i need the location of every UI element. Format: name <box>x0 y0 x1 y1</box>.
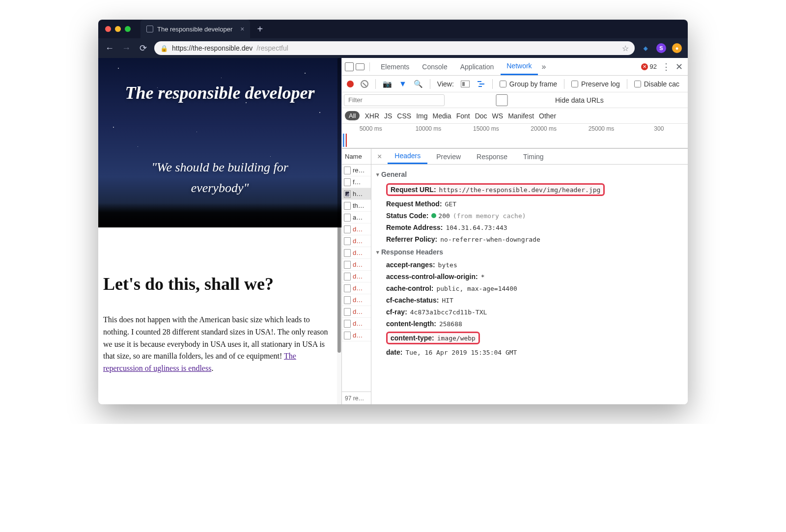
request-row[interactable]: d… <box>342 330 371 341</box>
reload-button[interactable]: ⟳ <box>138 43 148 54</box>
devtools-tabbar: Elements Console Application Network » ✕… <box>342 58 688 76</box>
lock-icon: 🔒 <box>160 45 168 52</box>
request-row[interactable]: a… <box>342 212 371 224</box>
type-img[interactable]: Img <box>416 112 427 120</box>
filter-toggle-icon[interactable]: ▼ <box>399 80 407 88</box>
network-toolbar: 📷 ▼ 🔍 View: Group by frame Preserve log … <box>342 76 688 92</box>
filter-row: Hide data URLs <box>342 92 688 108</box>
request-row[interactable]: d… <box>342 318 371 330</box>
address-bar[interactable]: 🔒 https://the-responsible.dev/respectful… <box>154 41 635 55</box>
back-button[interactable]: ← <box>104 43 115 54</box>
remote-address-row: Remote Address:104.31.64.73:443 <box>376 222 683 233</box>
request-row[interactable]: d… <box>342 224 371 235</box>
request-row[interactable]: d… <box>342 282 371 294</box>
traffic-lights <box>98 26 138 32</box>
type-js[interactable]: JS <box>384 112 392 120</box>
type-other[interactable]: Other <box>539 112 556 120</box>
element-picker-icon[interactable] <box>345 62 354 71</box>
type-filter-row: All XHR JS CSS Img Media Font Doc WS Man… <box>342 108 688 124</box>
preserve-log-checkbox[interactable]: Preserve log <box>571 80 620 88</box>
maximize-window-button[interactable] <box>125 26 131 32</box>
clear-button[interactable] <box>361 80 368 88</box>
tab-headers[interactable]: Headers <box>388 149 427 164</box>
request-method-row: Request Method:GET <box>376 198 683 210</box>
request-row[interactable]: th… <box>342 200 371 212</box>
extension-s-icon[interactable]: S <box>656 43 666 53</box>
type-manifest[interactable]: Manifest <box>508 112 534 120</box>
details-body: General Request URL: https://the-respons… <box>371 165 688 404</box>
tab-console[interactable]: Console <box>416 58 453 75</box>
large-rows-icon[interactable] <box>461 81 470 87</box>
disable-cache-checkbox[interactable]: Disable cac <box>634 80 679 88</box>
new-tab-button[interactable]: + <box>257 24 263 35</box>
request-row[interactable]: re… <box>342 165 371 176</box>
tab-timing[interactable]: Timing <box>516 149 551 164</box>
timeline-selection[interactable] <box>343 134 347 147</box>
request-count: 97 re… <box>342 392 371 404</box>
header-row: cache-control:public, max-age=14400 <box>376 282 683 294</box>
request-row[interactable]: d… <box>342 259 371 271</box>
forward-button[interactable]: → <box>121 43 132 54</box>
screenshot-icon[interactable]: 📷 <box>383 80 392 88</box>
url-path: /respectful <box>256 44 288 52</box>
tab-application[interactable]: Application <box>454 58 500 75</box>
type-font[interactable]: Font <box>456 112 470 120</box>
status-dot-icon <box>431 213 436 218</box>
request-row[interactable]: d… <box>342 247 371 259</box>
more-tabs-icon[interactable]: » <box>539 62 549 71</box>
group-by-frame-checkbox[interactable]: Group by frame <box>500 80 557 88</box>
type-media[interactable]: Media <box>433 112 451 120</box>
request-row[interactable]: f… <box>342 176 371 188</box>
request-row[interactable]: d… <box>342 271 371 282</box>
waterfall-icon[interactable] <box>477 81 485 87</box>
article: Let's do this, shall we? This does not h… <box>98 227 341 375</box>
request-row[interactable]: d… <box>342 306 371 318</box>
header-row: cf-ray:4c873a1bcc7cd11b-TXL <box>376 306 683 318</box>
filter-input[interactable] <box>344 94 445 106</box>
request-row[interactable]: d… <box>342 235 371 247</box>
type-xhr[interactable]: XHR <box>365 112 379 120</box>
timeline[interactable]: 5000 ms 10000 ms 15000 ms 20000 ms 25000… <box>342 124 688 148</box>
error-count[interactable]: ✕92 <box>641 63 657 70</box>
shield-icon[interactable]: ◈ <box>641 43 650 53</box>
close-tab-icon[interactable]: × <box>240 25 244 33</box>
request-row[interactable]: d… <box>342 294 371 306</box>
toolbar: ← → ⟳ 🔒 https://the-responsible.dev/resp… <box>98 38 688 58</box>
browser-tab[interactable]: The responsible developer × <box>140 20 250 38</box>
view-label: View: <box>437 80 454 88</box>
type-css[interactable]: CSS <box>397 112 411 120</box>
device-toolbar-icon[interactable] <box>356 63 365 70</box>
type-doc[interactable]: Doc <box>475 112 487 120</box>
extension-o-icon[interactable]: ● <box>672 43 682 53</box>
timeline-ticks: 5000 ms 10000 ms 15000 ms 20000 ms 25000… <box>342 124 688 132</box>
close-window-button[interactable] <box>105 26 111 32</box>
network-main: Name re… f… h… th… a… d… d… d… d… d… d… … <box>342 148 688 404</box>
request-details: × Headers Preview Response Timing Genera… <box>371 149 688 404</box>
general-section[interactable]: General <box>376 168 683 181</box>
tab-response[interactable]: Response <box>470 149 514 164</box>
type-all[interactable]: All <box>345 111 360 120</box>
request-row-selected[interactable]: h… <box>342 188 371 200</box>
bookmark-icon[interactable]: ☆ <box>622 44 629 53</box>
page-scrollbar[interactable] <box>337 58 341 404</box>
page-icon <box>146 26 153 32</box>
webpage: The responsible developer "We should be … <box>98 58 341 404</box>
name-column-header[interactable]: Name <box>342 149 371 165</box>
details-close-icon[interactable]: × <box>373 152 386 161</box>
tab-elements[interactable]: Elements <box>375 58 415 75</box>
record-button[interactable] <box>347 81 354 87</box>
hide-data-urls-checkbox[interactable]: Hide data URLs <box>451 94 604 106</box>
article-paragraph: This does not happen with the American b… <box>103 314 337 375</box>
type-ws[interactable]: WS <box>492 112 504 120</box>
article-heading: Let's do this, shall we? <box>103 274 337 294</box>
response-headers-section[interactable]: Response Headers <box>376 245 683 259</box>
hero-section: The responsible developer "We should be … <box>98 58 341 227</box>
devtools-menu-icon[interactable]: ⋮ <box>662 61 671 72</box>
minimize-window-button[interactable] <box>115 26 121 32</box>
header-row-content-type: content-type:image/webp <box>376 330 683 346</box>
tab-preview[interactable]: Preview <box>429 149 468 164</box>
tab-network[interactable]: Network <box>501 58 537 75</box>
search-icon[interactable]: 🔍 <box>414 80 423 88</box>
devtools-close-icon[interactable]: ✕ <box>675 61 683 72</box>
titlebar: The responsible developer × + <box>98 20 688 38</box>
